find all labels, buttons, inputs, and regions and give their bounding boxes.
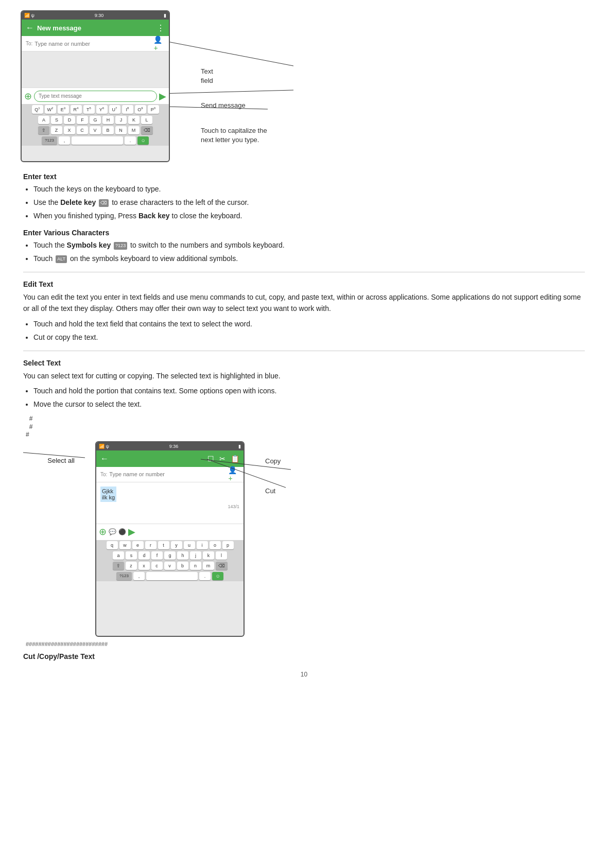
key-b[interactable]: B [102, 126, 114, 134]
key2-l[interactable]: l [216, 551, 227, 560]
key-e[interactable]: E3 [58, 105, 69, 114]
select-all-action-icon[interactable]: ☐ [207, 455, 214, 463]
key2-x[interactable]: x [138, 562, 150, 570]
key-v[interactable]: V [90, 126, 101, 134]
emoji-key-2[interactable]: ☺ [212, 572, 223, 580]
key-t[interactable]: T5 [83, 105, 95, 114]
key-q[interactable]: Q1 [32, 105, 43, 114]
key-c[interactable]: C [77, 126, 88, 134]
key-m[interactable]: M [128, 126, 140, 134]
key-z[interactable]: Z [51, 126, 62, 134]
key2-i[interactable]: i [197, 541, 208, 549]
key-s[interactable]: S [51, 116, 62, 124]
copy-action-icon[interactable]: 📋 [231, 455, 239, 463]
key2-v[interactable]: v [164, 562, 176, 570]
send-icon-2[interactable]: ▶ [128, 526, 135, 537]
add-contact-icon[interactable]: 👤+ [153, 36, 165, 52]
nav-title: New message [37, 24, 157, 32]
to-input-2[interactable] [109, 471, 228, 477]
back-arrow-icon[interactable]: ← [26, 23, 34, 32]
comma-key-2[interactable]: , [133, 572, 145, 580]
key2-q[interactable]: q [107, 541, 118, 549]
space-key-2[interactable] [146, 572, 198, 580]
symbols-key[interactable]: ?123 [42, 136, 57, 145]
key2-d[interactable]: d [138, 551, 150, 560]
key2-p[interactable]: p [222, 541, 234, 549]
key-f[interactable]: F [77, 116, 88, 124]
copy-label: Copy [265, 457, 281, 466]
key2-u[interactable]: u [184, 541, 195, 549]
to-input[interactable] [34, 41, 153, 47]
key2-h[interactable]: h [177, 551, 188, 560]
key2-r[interactable]: r [145, 541, 157, 549]
status-battery-2: ▮ [238, 444, 241, 449]
key-l[interactable]: L [141, 116, 152, 124]
delete-key[interactable]: ⌫ [141, 126, 153, 134]
mic-icon[interactable]: ⚫ [118, 528, 126, 535]
key-i[interactable]: I8 [122, 105, 133, 114]
key2-e[interactable]: e [132, 541, 144, 549]
key2-a[interactable]: a [113, 551, 124, 560]
to-label: To: [26, 41, 32, 46]
key-d[interactable]: D [64, 116, 75, 124]
smiley-balloon[interactable]: 💬 [109, 528, 116, 535]
key-a[interactable]: A [38, 116, 49, 124]
nav-bar: ← New message ⋮ [22, 20, 169, 36]
space-key[interactable] [72, 136, 123, 145]
key2-j[interactable]: j [190, 551, 201, 560]
edit-text-heading: Edit Text [23, 280, 585, 288]
top-annotations: Text field Send message Touch to capital… [201, 10, 267, 155]
key-r[interactable]: R4 [71, 105, 82, 114]
status-bar: 📶 ψ 9:30 ▮ [22, 11, 169, 20]
key-u[interactable]: U7 [109, 105, 120, 114]
emoji-key[interactable]: ☺ [137, 136, 149, 145]
shift-key[interactable]: ⇧ [38, 126, 49, 134]
period-key[interactable]: . [125, 136, 136, 145]
key-o[interactable]: O9 [135, 105, 146, 114]
add-icon-2[interactable]: ⊕ [99, 526, 107, 537]
key-n[interactable]: N [115, 126, 127, 134]
to-field[interactable]: To: 👤+ [22, 36, 169, 51]
key2-o[interactable]: o [210, 541, 221, 549]
key-p[interactable]: P0 [148, 105, 159, 114]
key2-n[interactable]: n [190, 562, 201, 570]
key-k[interactable]: K [128, 116, 140, 124]
key-w[interactable]: W2 [45, 105, 56, 114]
compose-input[interactable] [34, 91, 157, 102]
key2-b[interactable]: b [177, 562, 188, 570]
keyboard2-row-3: ⇧ z x c v b n m ⌫ [96, 561, 244, 571]
cut-copy-paste-heading: Cut /Copy/Paste Text [23, 652, 585, 661]
cut-action-icon[interactable]: ✂ [219, 455, 225, 463]
key-g[interactable]: G [90, 116, 101, 124]
key-j[interactable]: J [115, 116, 127, 124]
symbols-key-2[interactable]: ?123 [116, 572, 132, 580]
key2-c[interactable]: c [151, 562, 163, 570]
keyboard-row-1: Q1 W2 E3 R4 T5 Y6 U7 I8 O9 P0 [22, 104, 169, 115]
send-icon[interactable]: ▶ [159, 91, 166, 102]
key2-y[interactable]: y [171, 541, 182, 549]
key2-s[interactable]: s [126, 551, 137, 560]
enter-various-list: Touch the Symbols key ?123 to switch to … [33, 240, 585, 264]
key2-f[interactable]: f [151, 551, 163, 560]
add-contact-icon-2[interactable]: 👤+ [228, 466, 239, 482]
key-y[interactable]: Y6 [96, 105, 108, 114]
select-text-para: You can select text for cutting or copyi… [23, 370, 585, 381]
hash-section-top: # # # [26, 415, 585, 439]
more-icon[interactable]: ⋮ [157, 23, 165, 33]
key2-w[interactable]: w [119, 541, 131, 549]
key2-g[interactable]: g [164, 551, 176, 560]
symbols-key-icon: ?123 [114, 242, 127, 250]
key-x[interactable]: X [64, 126, 75, 134]
comma-key[interactable]: , [59, 136, 70, 145]
add-attachment-icon[interactable]: ⊕ [24, 91, 32, 102]
key2-z[interactable]: z [126, 562, 137, 570]
key2-m[interactable]: m [203, 562, 214, 570]
key-h[interactable]: H [102, 116, 114, 124]
to-field-2[interactable]: To: 👤+ [96, 467, 244, 482]
period-key-2[interactable]: . [199, 572, 211, 580]
shift-key-2[interactable]: ⇧ [113, 562, 124, 570]
key2-k[interactable]: k [203, 551, 214, 560]
back-icon-2[interactable]: ← [100, 454, 109, 463]
delete-key-2[interactable]: ⌫ [216, 562, 228, 570]
key2-t[interactable]: t [158, 541, 169, 549]
